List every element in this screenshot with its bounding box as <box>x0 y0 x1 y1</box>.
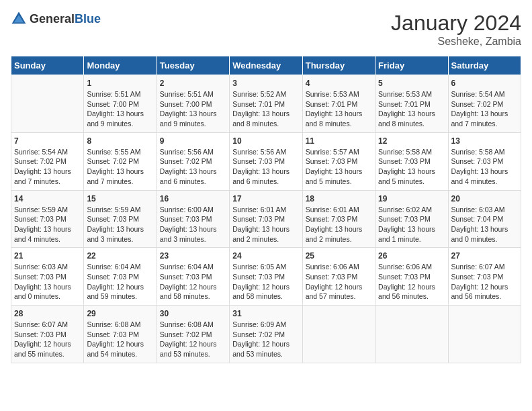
day-info: Sunrise: 6:04 AM Sunset: 7:03 PM Dayligh… <box>160 262 226 302</box>
day-info: Sunrise: 6:03 AM Sunset: 7:04 PM Dayligh… <box>451 205 518 244</box>
day-number: 1 <box>87 79 153 88</box>
calendar-cell: 25Sunrise: 6:06 AM Sunset: 7:03 PM Dayli… <box>302 248 375 306</box>
calendar-week-row: 28Sunrise: 6:07 AM Sunset: 7:03 PM Dayli… <box>11 306 521 363</box>
day-number: 13 <box>451 136 518 146</box>
day-number: 23 <box>160 251 226 261</box>
day-info: Sunrise: 6:08 AM Sunset: 7:02 PM Dayligh… <box>160 320 226 359</box>
day-info: Sunrise: 5:54 AM Sunset: 7:02 PM Dayligh… <box>14 147 81 187</box>
calendar-cell: 8Sunrise: 5:55 AM Sunset: 7:02 PM Daylig… <box>84 132 157 190</box>
calendar-cell: 10Sunrise: 5:56 AM Sunset: 7:03 PM Dayli… <box>230 132 302 190</box>
day-info: Sunrise: 6:03 AM Sunset: 7:03 PM Dayligh… <box>14 262 81 302</box>
month-title: January 2024 <box>391 11 521 36</box>
weekday-header-cell: Tuesday <box>157 56 229 75</box>
calendar-body: 1Sunrise: 5:51 AM Sunset: 7:00 PM Daylig… <box>11 75 521 363</box>
day-number: 28 <box>14 309 81 318</box>
day-info: Sunrise: 6:09 AM Sunset: 7:02 PM Dayligh… <box>232 320 299 359</box>
day-number: 2 <box>160 79 226 88</box>
day-info: Sunrise: 6:06 AM Sunset: 7:03 PM Dayligh… <box>306 262 372 302</box>
calendar-cell: 7Sunrise: 5:54 AM Sunset: 7:02 PM Daylig… <box>11 132 84 190</box>
day-number: 20 <box>451 194 518 203</box>
calendar-cell: 6Sunrise: 5:54 AM Sunset: 7:02 PM Daylig… <box>448 75 521 133</box>
calendar-cell <box>11 75 84 133</box>
calendar-cell: 17Sunrise: 6:01 AM Sunset: 7:03 PM Dayli… <box>230 190 302 248</box>
day-number: 8 <box>87 136 153 146</box>
calendar-cell: 5Sunrise: 5:53 AM Sunset: 7:01 PM Daylig… <box>375 75 448 133</box>
calendar-cell: 14Sunrise: 5:59 AM Sunset: 7:03 PM Dayli… <box>11 190 84 248</box>
day-info: Sunrise: 6:08 AM Sunset: 7:03 PM Dayligh… <box>87 320 153 359</box>
calendar-week-row: 14Sunrise: 5:59 AM Sunset: 7:03 PM Dayli… <box>11 190 521 248</box>
title-block: January 2024 Sesheke, Zambia <box>391 11 521 48</box>
day-info: Sunrise: 5:54 AM Sunset: 7:02 PM Dayligh… <box>451 89 518 129</box>
day-number: 6 <box>451 79 518 88</box>
day-info: Sunrise: 5:59 AM Sunset: 7:03 PM Dayligh… <box>14 205 81 244</box>
calendar-cell <box>448 306 521 363</box>
day-info: Sunrise: 5:52 AM Sunset: 7:01 PM Dayligh… <box>232 89 299 129</box>
calendar-cell: 26Sunrise: 6:06 AM Sunset: 7:03 PM Dayli… <box>375 248 448 306</box>
logo-text-blue: Blue <box>75 12 101 26</box>
day-number: 5 <box>378 79 445 88</box>
calendar-cell: 1Sunrise: 5:51 AM Sunset: 7:00 PM Daylig… <box>84 75 157 133</box>
location-title: Sesheke, Zambia <box>391 36 521 48</box>
day-info: Sunrise: 5:53 AM Sunset: 7:01 PM Dayligh… <box>306 89 372 129</box>
weekday-header-cell: Thursday <box>302 56 375 75</box>
day-number: 17 <box>232 194 299 203</box>
day-info: Sunrise: 5:56 AM Sunset: 7:02 PM Dayligh… <box>160 147 226 187</box>
calendar-cell: 15Sunrise: 5:59 AM Sunset: 7:03 PM Dayli… <box>84 190 157 248</box>
day-info: Sunrise: 6:07 AM Sunset: 7:03 PM Dayligh… <box>451 262 518 302</box>
weekday-header-row: SundayMondayTuesdayWednesdayThursdayFrid… <box>11 56 521 75</box>
day-info: Sunrise: 5:55 AM Sunset: 7:02 PM Dayligh… <box>87 147 153 187</box>
calendar-cell: 23Sunrise: 6:04 AM Sunset: 7:03 PM Dayli… <box>157 248 229 306</box>
day-number: 26 <box>378 251 445 261</box>
calendar-cell: 16Sunrise: 6:00 AM Sunset: 7:03 PM Dayli… <box>157 190 229 248</box>
day-info: Sunrise: 5:59 AM Sunset: 7:03 PM Dayligh… <box>87 205 153 244</box>
calendar-cell: 21Sunrise: 6:03 AM Sunset: 7:03 PM Dayli… <box>11 248 84 306</box>
day-info: Sunrise: 6:06 AM Sunset: 7:03 PM Dayligh… <box>378 262 445 302</box>
calendar-table: SundayMondayTuesdayWednesdayThursdayFrid… <box>11 56 521 363</box>
calendar-cell: 22Sunrise: 6:04 AM Sunset: 7:03 PM Dayli… <box>84 248 157 306</box>
day-info: Sunrise: 6:00 AM Sunset: 7:03 PM Dayligh… <box>160 205 226 244</box>
day-number: 24 <box>232 251 299 261</box>
day-info: Sunrise: 6:02 AM Sunset: 7:03 PM Dayligh… <box>378 205 445 244</box>
day-number: 18 <box>306 194 372 203</box>
day-number: 31 <box>232 309 299 318</box>
day-info: Sunrise: 6:01 AM Sunset: 7:03 PM Dayligh… <box>232 205 299 244</box>
calendar-cell: 11Sunrise: 5:57 AM Sunset: 7:03 PM Dayli… <box>302 132 375 190</box>
weekday-header-cell: Friday <box>375 56 448 75</box>
calendar-week-row: 21Sunrise: 6:03 AM Sunset: 7:03 PM Dayli… <box>11 248 521 306</box>
calendar-cell: 18Sunrise: 6:01 AM Sunset: 7:03 PM Dayli… <box>302 190 375 248</box>
calendar-cell: 30Sunrise: 6:08 AM Sunset: 7:02 PM Dayli… <box>157 306 229 363</box>
day-number: 12 <box>378 136 445 146</box>
calendar-cell: 9Sunrise: 5:56 AM Sunset: 7:02 PM Daylig… <box>157 132 229 190</box>
calendar-cell: 19Sunrise: 6:02 AM Sunset: 7:03 PM Dayli… <box>375 190 448 248</box>
day-info: Sunrise: 5:51 AM Sunset: 7:00 PM Dayligh… <box>160 89 226 129</box>
calendar-cell: 3Sunrise: 5:52 AM Sunset: 7:01 PM Daylig… <box>230 75 302 133</box>
weekday-header-cell: Sunday <box>11 56 84 75</box>
page-header: GeneralBlue January 2024 Sesheke, Zambia <box>11 11 521 48</box>
day-info: Sunrise: 5:58 AM Sunset: 7:03 PM Dayligh… <box>451 147 518 187</box>
calendar-cell: 2Sunrise: 5:51 AM Sunset: 7:00 PM Daylig… <box>157 75 229 133</box>
day-number: 30 <box>160 309 226 318</box>
day-info: Sunrise: 6:05 AM Sunset: 7:03 PM Dayligh… <box>232 262 299 302</box>
calendar-cell: 27Sunrise: 6:07 AM Sunset: 7:03 PM Dayli… <box>448 248 521 306</box>
calendar-cell <box>302 306 375 363</box>
day-info: Sunrise: 6:01 AM Sunset: 7:03 PM Dayligh… <box>306 205 372 244</box>
calendar-cell: 31Sunrise: 6:09 AM Sunset: 7:02 PM Dayli… <box>230 306 302 363</box>
day-info: Sunrise: 5:58 AM Sunset: 7:03 PM Dayligh… <box>378 147 445 187</box>
day-number: 29 <box>87 309 153 318</box>
day-number: 16 <box>160 194 226 203</box>
logo-text-general: General <box>30 12 75 26</box>
day-number: 10 <box>232 136 299 146</box>
calendar-cell: 28Sunrise: 6:07 AM Sunset: 7:03 PM Dayli… <box>11 306 84 363</box>
calendar-cell: 13Sunrise: 5:58 AM Sunset: 7:03 PM Dayli… <box>448 132 521 190</box>
calendar-week-row: 7Sunrise: 5:54 AM Sunset: 7:02 PM Daylig… <box>11 132 521 190</box>
day-number: 3 <box>232 79 299 88</box>
weekday-header-cell: Saturday <box>448 56 521 75</box>
logo: GeneralBlue <box>11 11 101 27</box>
day-info: Sunrise: 5:56 AM Sunset: 7:03 PM Dayligh… <box>232 147 299 187</box>
day-number: 14 <box>14 194 81 203</box>
day-number: 11 <box>306 136 372 146</box>
calendar-week-row: 1Sunrise: 5:51 AM Sunset: 7:00 PM Daylig… <box>11 75 521 133</box>
day-info: Sunrise: 5:57 AM Sunset: 7:03 PM Dayligh… <box>306 147 372 187</box>
weekday-header-cell: Monday <box>84 56 157 75</box>
day-number: 9 <box>160 136 226 146</box>
